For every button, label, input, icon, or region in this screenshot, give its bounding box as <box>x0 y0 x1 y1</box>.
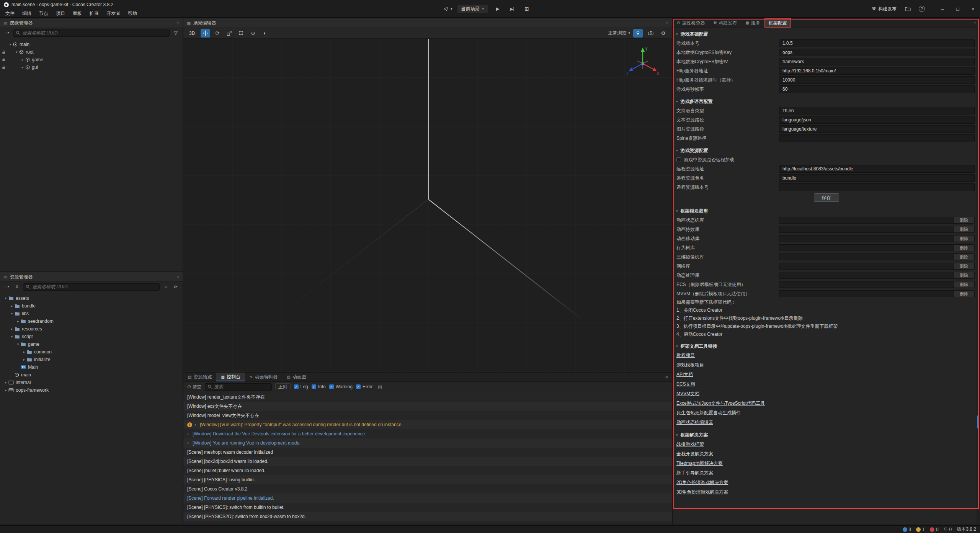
delete-module-button[interactable]: 删除 <box>954 245 974 251</box>
log-row[interactable]: › [Window] You are running Vue in develo… <box>183 438 672 448</box>
log-row[interactable]: [Scene] Cocos Creator v3.8.2 <box>183 484 672 494</box>
step-button[interactable]: ▶| <box>507 4 517 13</box>
lock-icon[interactable] <box>2 65 5 69</box>
filter-log[interactable]: ✓ Log <box>294 384 308 389</box>
doc-link-ecs[interactable]: ECS文档 <box>676 381 695 387</box>
rotate-tool-button[interactable]: ⟳ <box>212 29 222 38</box>
panel-menu-icon[interactable]: ≡ <box>176 21 179 25</box>
chevron-down-icon[interactable]: ▾ <box>8 43 13 46</box>
asset-row-main-ts[interactable]: TS Main <box>0 363 183 371</box>
game-version-input[interactable] <box>779 39 975 47</box>
mode-3d-button[interactable]: 3D <box>187 31 197 36</box>
filter-button[interactable] <box>172 29 180 37</box>
move-tool-button[interactable] <box>201 29 210 38</box>
solution-link-guide[interactable]: 新手引导解决方案 <box>676 470 713 476</box>
scene-settings-button[interactable]: ⚙ <box>658 29 668 38</box>
delete-module-button[interactable]: 删除 <box>954 226 974 232</box>
asset-row-internal[interactable]: ▸ internal <box>0 379 183 386</box>
log-row[interactable]: [Scene] Forward render pipeline initiali… <box>183 494 672 503</box>
log-checkbox[interactable]: ✓ <box>294 384 299 389</box>
delete-module-button[interactable]: 删除 <box>954 281 974 288</box>
expand-icon[interactable]: › <box>187 441 190 445</box>
hierarchy-node-main[interactable]: ▾ main <box>0 41 183 48</box>
solution-link-chess[interactable]: 战棋游戏框架 <box>676 441 704 448</box>
delete-module-button[interactable]: 删除 <box>954 217 974 223</box>
chevron-down-icon[interactable]: ▾ <box>15 343 21 346</box>
inspector-scrollbar[interactable] <box>977 28 980 524</box>
delete-module-button[interactable]: 删除 <box>954 263 974 269</box>
regex-toggle[interactable]: 正则 <box>275 383 291 390</box>
menu-file[interactable]: 文件 <box>2 10 18 17</box>
coordinate-toggle-button[interactable]: ◐ <box>260 29 270 38</box>
asset-row-seedrandom[interactable]: ▸ seedrandom <box>0 317 183 325</box>
scrollbar-thumb[interactable] <box>977 415 979 428</box>
build-publish-button[interactable]: ⚒ 构建发布 <box>872 6 897 12</box>
section-modules[interactable]: ▾ 框架模块裁剪 <box>673 206 980 216</box>
view-mode-dropdown[interactable]: 正常浏览 ▾ <box>608 30 630 36</box>
open-folder-button[interactable] <box>903 4 913 13</box>
asset-row-main-scene[interactable]: main <box>0 371 183 379</box>
expand-icon[interactable]: › <box>194 422 198 427</box>
tab-animation-graph[interactable]: ▤ 动画图 <box>282 373 310 381</box>
tab-animation-editor[interactable]: ✎ 动画编辑器 <box>245 373 282 381</box>
tab-build-publish[interactable]: ⚒ 构建发布 <box>709 18 741 28</box>
scale-tool-button[interactable] <box>224 29 234 38</box>
tab-console[interactable]: ▦ 控制台 <box>216 373 245 381</box>
asset-row-oops-framework[interactable]: ▸ oops-framework <box>0 386 183 394</box>
asset-row-bundle[interactable]: ▸ bundle <box>0 302 183 310</box>
scene-selector-dropdown[interactable]: 当前场景 ▾ <box>457 4 488 13</box>
doc-link-hotupdate-plugin[interactable]: 原生包热更新配置自动生成插件 <box>676 410 741 416</box>
section-language[interactable]: ▾ 游戏多语言配置 <box>673 97 980 106</box>
chevron-down-icon[interactable]: ▾ <box>9 335 15 338</box>
log-row[interactable]: [Window] model_view文件夹不存在 <box>183 411 672 420</box>
refresh-assets-button[interactable]: ⟳ <box>172 283 180 291</box>
assets-search-input[interactable] <box>32 284 157 289</box>
hierarchy-header[interactable]: ▤ 层级管理器 ≡ <box>0 18 183 28</box>
chevron-down-icon[interactable]: ▾ <box>3 297 8 300</box>
log-row[interactable]: [Scene] [box2d]:box2d wasm lib loaded. <box>183 457 672 466</box>
chevron-right-icon[interactable]: ▸ <box>21 358 27 361</box>
delete-module-button[interactable]: 删除 <box>954 254 974 260</box>
remote-address-input[interactable] <box>779 165 975 173</box>
lighting-toggle-button[interactable] <box>633 29 643 38</box>
asset-row-resources[interactable]: ▸ resources <box>0 325 183 333</box>
chevron-right-icon[interactable]: ▸ <box>20 58 25 62</box>
orientation-gizmo[interactable]: Y X Z <box>624 46 661 81</box>
delete-module-button[interactable]: 删除 <box>954 291 974 297</box>
chevron-down-icon[interactable]: ▾ <box>9 312 15 316</box>
scene-header[interactable]: ▦ 场景编辑器 ≡ <box>183 18 672 28</box>
log-row[interactable]: ! › [Window] [Vue warn]: Property "onInp… <box>183 420 672 429</box>
log-row[interactable]: [Scene] [PHYSICS]: switch from builtin t… <box>183 503 672 512</box>
panel-menu-icon[interactable]: ≡ <box>176 275 179 279</box>
add-asset-button[interactable]: + ▾ <box>3 283 11 291</box>
chevron-right-icon[interactable]: ▸ <box>9 304 15 308</box>
image-path-input[interactable] <box>779 125 975 133</box>
hierarchy-node-root[interactable]: ▾ root <box>0 48 183 56</box>
add-node-button[interactable]: + ▾ <box>3 29 11 37</box>
frame-rate-input[interactable] <box>779 85 975 93</box>
section-game-basic[interactable]: ▾ 游戏基础配置 <box>673 29 980 39</box>
remote-version-input[interactable] <box>779 183 975 191</box>
close-button[interactable]: × <box>970 6 976 12</box>
lock-icon[interactable] <box>2 50 5 54</box>
lock-icon[interactable] <box>2 58 5 62</box>
doc-link-excel-tool[interactable]: Excel格式转Json文件与TypeScript代码工具 <box>676 400 765 407</box>
pivot-toggle-button[interactable]: ⊙ <box>248 29 258 38</box>
error-checkbox[interactable]: ✓ <box>356 384 361 389</box>
log-row[interactable]: › [Window] Download the Vue Devtools ext… <box>183 429 672 438</box>
sort-assets-button[interactable]: ≡ <box>162 283 170 291</box>
menu-help[interactable]: 帮助 <box>124 10 141 17</box>
asset-row-libs[interactable]: ▾ libs <box>0 310 183 317</box>
menu-developer[interactable]: 开发者 <box>103 10 124 17</box>
doc-link-api[interactable]: API文档 <box>676 371 693 378</box>
remote-load-checkbox[interactable] <box>676 157 681 162</box>
solution-link-3drpg[interactable]: 3D角色扮演游戏解决方案 <box>676 489 728 495</box>
chevron-right-icon[interactable]: ▸ <box>3 389 8 392</box>
layout-button[interactable]: ⊞ <box>522 4 532 13</box>
doc-link-tutorial[interactable]: 教程项目 <box>676 352 695 359</box>
solution-link-fullstack[interactable]: 全栈开发解决方案 <box>676 451 713 457</box>
tab-asset-preview[interactable]: ▤ 资源预览 <box>183 373 216 381</box>
http-server-input[interactable] <box>779 67 975 75</box>
doc-link-mvvm[interactable]: MVVM文档 <box>676 391 699 397</box>
asset-row-assets[interactable]: ▾ assets <box>0 294 183 302</box>
